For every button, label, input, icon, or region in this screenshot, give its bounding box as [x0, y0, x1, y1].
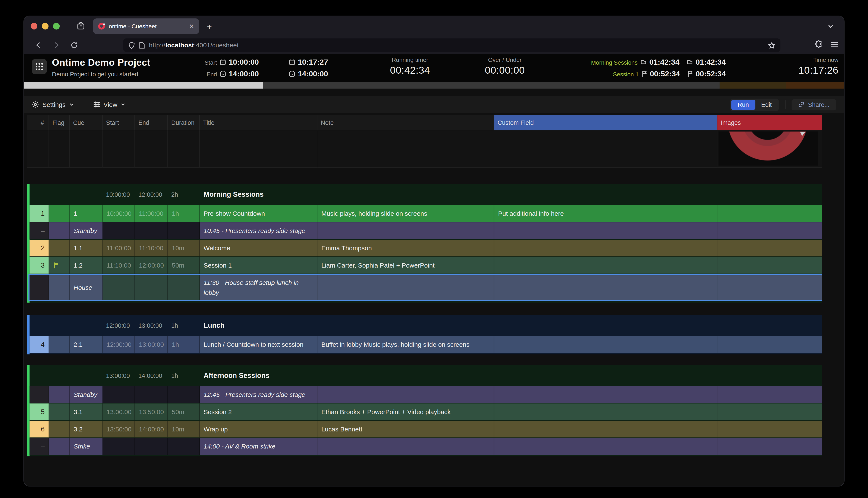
- col-header-flag[interactable]: Flag: [49, 115, 70, 130]
- note-cell[interactable]: [317, 222, 494, 239]
- start-cell[interactable]: 10:00:00: [103, 205, 135, 222]
- list-tabs-chevron-icon[interactable]: [827, 23, 834, 29]
- end-cell[interactable]: 14:00:00: [135, 421, 168, 437]
- event-row-5[interactable]: 5 3.1 13:00:00 13:50:00 50m Session 2 Et…: [29, 404, 822, 420]
- title-cell[interactable]: 14:00 - AV & Room strike: [200, 438, 317, 455]
- end-cell[interactable]: 11:00:00: [135, 205, 168, 222]
- images-cell[interactable]: [717, 438, 822, 455]
- page-info-icon[interactable]: [139, 42, 145, 49]
- note-cell[interactable]: Liam Carter, Sophia Patel + PowerPoint: [317, 257, 494, 274]
- start-cell[interactable]: 11:10:00: [103, 257, 135, 274]
- flag-cell[interactable]: [49, 438, 70, 455]
- title-cell[interactable]: Welcome: [200, 240, 317, 256]
- app-menu-grid-icon[interactable]: [32, 59, 47, 74]
- end-cell[interactable]: [135, 275, 168, 300]
- start-cell[interactable]: [103, 222, 135, 239]
- images-cell[interactable]: [717, 240, 822, 256]
- col-header-start[interactable]: Start: [103, 115, 135, 130]
- duration-cell[interactable]: [168, 275, 200, 300]
- title-cell[interactable]: Session 2: [200, 404, 317, 420]
- images-cell[interactable]: [717, 386, 822, 403]
- end-cell[interactable]: 13:00:00: [135, 336, 168, 353]
- title-cell[interactable]: Wrap up: [200, 421, 317, 437]
- cue-cell[interactable]: House: [69, 275, 103, 300]
- col-header-index[interactable]: #: [27, 115, 49, 130]
- duration-cell[interactable]: 50m: [168, 404, 200, 420]
- images-cell[interactable]: [717, 257, 822, 274]
- note-cell[interactable]: Buffet in lobby Music plays, holding sli…: [317, 336, 494, 353]
- note-cell[interactable]: [317, 386, 494, 403]
- end-cell[interactable]: 13:50:00: [135, 404, 168, 420]
- images-cell[interactable]: [717, 336, 822, 353]
- end-cell[interactable]: 11:10:00: [135, 240, 168, 256]
- custom-field-cell[interactable]: [494, 222, 717, 239]
- flag-cell[interactable]: [49, 257, 70, 274]
- title-cell[interactable]: Session 1: [200, 257, 317, 274]
- shield-icon[interactable]: [128, 42, 135, 49]
- delay-row-strike[interactable]: – Strike 14:00 - AV & Room strike: [29, 438, 822, 455]
- custom-field-cell[interactable]: [494, 240, 717, 256]
- custom-field-cell[interactable]: [494, 438, 717, 455]
- title-cell[interactable]: 10:45 - Presenters ready side stage: [200, 222, 317, 239]
- col-header-title[interactable]: Title: [200, 115, 317, 130]
- images-cell[interactable]: [717, 222, 822, 239]
- flag-cell[interactable]: [49, 205, 70, 222]
- start-cell[interactable]: [103, 275, 135, 300]
- flag-cell[interactable]: [49, 336, 70, 353]
- url-bar[interactable]: http://localhost:4001/cuesheet: [123, 38, 780, 52]
- event-row-4[interactable]: 4 2.1 12:00:00 13:00:00 1h Lunch / Count…: [29, 336, 822, 353]
- images-thumbnail-cell[interactable]: [717, 130, 822, 168]
- end-cell[interactable]: [135, 222, 168, 239]
- duration-cell[interactable]: 50m: [168, 257, 200, 274]
- col-header-custom-field[interactable]: Custom Field: [494, 115, 717, 130]
- col-header-duration[interactable]: Duration: [168, 115, 200, 130]
- run-mode-button[interactable]: Run: [731, 100, 755, 109]
- images-cell[interactable]: [717, 404, 822, 420]
- reload-icon[interactable]: [70, 41, 78, 49]
- note-cell[interactable]: Ethan Brooks + PowerPoint + Video playba…: [317, 404, 494, 420]
- edit-mode-button[interactable]: Edit: [755, 100, 778, 109]
- images-cell[interactable]: [717, 421, 822, 437]
- view-menu-button[interactable]: View: [93, 101, 126, 108]
- end-cell[interactable]: [135, 438, 168, 455]
- browser-tab[interactable]: ontime - Cuesheet ✕: [93, 18, 199, 34]
- event-row-2[interactable]: 2 1.1 11:00:00 11:10:00 10m Welcome Emma…: [29, 240, 822, 256]
- event-row-6[interactable]: 6 3.2 13:50:00 14:00:00 10m Wrap up Luca…: [29, 421, 822, 437]
- start-cell[interactable]: 11:00:00: [103, 240, 135, 256]
- title-cell[interactable]: 12:45 - Presenters ready side stage: [200, 386, 317, 403]
- back-icon[interactable]: [35, 41, 42, 49]
- custom-field-cell[interactable]: [494, 421, 717, 437]
- images-cell[interactable]: [717, 205, 822, 222]
- duration-cell[interactable]: 10m: [168, 421, 200, 437]
- note-cell[interactable]: Lucas Bennett: [317, 421, 494, 437]
- cue-cell[interactable]: Strike: [69, 438, 103, 455]
- url-text[interactable]: http://localhost:4001/cuesheet: [149, 42, 239, 49]
- block-header[interactable]: 10:00:00 12:00:00 2h Morning Sessions: [29, 184, 822, 205]
- col-header-images[interactable]: Images: [717, 115, 822, 130]
- start-cell[interactable]: [103, 438, 135, 455]
- custom-field-cell[interactable]: [494, 275, 717, 300]
- custom-field-cell[interactable]: [494, 257, 717, 274]
- duration-cell[interactable]: [168, 222, 200, 239]
- duration-cell[interactable]: 1h: [168, 205, 200, 222]
- new-tab-button[interactable]: +: [207, 22, 212, 30]
- title-cell[interactable]: Lunch / Countdown to next session: [200, 336, 317, 353]
- cue-cell[interactable]: Standby: [69, 386, 103, 403]
- window-close-button[interactable]: [31, 23, 37, 29]
- cue-cell[interactable]: Standby: [69, 222, 103, 239]
- flag-cell[interactable]: [49, 386, 70, 403]
- end-cell[interactable]: 12:00:00: [135, 257, 168, 274]
- note-cell[interactable]: Emma Thompson: [317, 240, 494, 256]
- flag-cell[interactable]: [49, 404, 70, 420]
- delay-row-standby[interactable]: – Standby 10:45 - Presenters ready side …: [29, 222, 822, 239]
- cue-cell[interactable]: 3.1: [69, 404, 103, 420]
- col-header-note[interactable]: Note: [317, 115, 494, 130]
- col-header-end[interactable]: End: [135, 115, 168, 130]
- forward-icon[interactable]: [53, 41, 61, 49]
- event-row-3[interactable]: 3 1.2 11:10:00 12:00:00 50m Session 1 Li…: [29, 257, 822, 274]
- firefox-view-icon[interactable]: [76, 22, 86, 31]
- title-cell[interactable]: 11:30 - House staff setup lunch in lobby: [200, 275, 317, 300]
- cue-cell[interactable]: 2.1: [69, 336, 103, 353]
- delay-row-standby-2[interactable]: – Standby 12:45 - Presenters ready side …: [29, 386, 822, 403]
- custom-field-cell[interactable]: [494, 386, 717, 403]
